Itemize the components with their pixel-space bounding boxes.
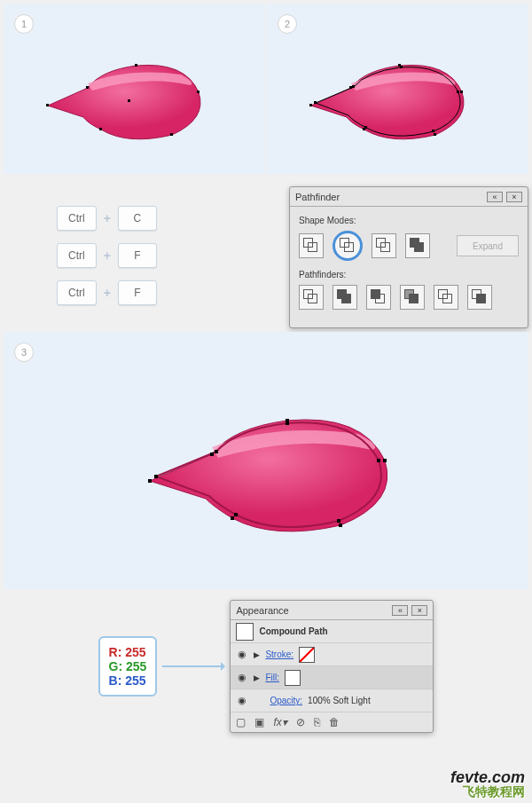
svg-rect-7 [349,86,352,89]
canvas-step-2[interactable]: 2 [267,4,528,174]
watermark-url: fevte.com [450,769,525,785]
key-ctrl: Ctrl [57,280,97,305]
expand-icon[interactable]: ▶ [254,650,260,659]
key-ctrl: Ctrl [57,243,97,268]
svg-rect-16 [432,130,434,132]
minus-back-button[interactable] [467,285,492,310]
shortcut-row: Ctrl + F [57,280,157,305]
minus-front-button[interactable] [332,231,363,261]
stroke-row[interactable]: ◉ ▶ Stroke: [231,643,433,666]
exclude-button[interactable] [405,233,430,258]
svg-rect-4 [99,128,102,130]
panel-header[interactable]: Pathfinder « × [290,187,528,207]
pathfinder-panel: Pathfinder « × Shape Modes: Expand Pathf… [289,186,528,328]
visibility-icon[interactable]: ◉ [236,695,248,707]
new-stroke-icon[interactable]: ▣ [254,716,264,728]
shape-modes-row: Expand [299,231,519,261]
opacity-row[interactable]: ◉ Opacity: 100% Soft Light [231,689,433,712]
intersect-button[interactable] [372,233,396,258]
plus-icon: + [104,211,111,225]
panel-title: Pathfinder [295,192,487,202]
svg-rect-2 [197,91,200,93]
svg-rect-28 [337,519,340,523]
plus-icon: + [104,248,111,263]
fx-icon[interactable]: fx▾ [273,716,286,728]
fill-swatch[interactable] [285,670,301,686]
shortcut-row: Ctrl + C [57,206,157,231]
thumbnail-icon [236,623,254,641]
svg-rect-12 [309,104,312,106]
visibility-icon[interactable]: ◉ [236,672,248,684]
svg-rect-25 [215,450,218,453]
svg-rect-0 [86,86,89,89]
plus-icon: + [104,286,111,300]
mid-row: Ctrl + C Ctrl + F Ctrl + F Pathfinder « … [0,177,532,328]
duplicate-icon[interactable]: ⎘ [314,716,320,728]
visibility-icon[interactable]: ◉ [236,649,248,661]
key-letter: F [118,280,157,305]
expand-button[interactable]: Expand [457,235,519,256]
opacity-label[interactable]: Opacity: [270,696,302,705]
svg-rect-30 [154,475,158,478]
pathfinders-label: Pathfinders: [299,270,519,279]
key-letter: F [118,243,157,268]
fish-shape-3[interactable] [137,394,420,554]
watermark: fevte.com 飞特教程网 [450,769,525,798]
divide-button[interactable] [299,285,324,310]
step-badge-3: 3 [14,342,34,362]
stroke-label[interactable]: Stroke: [265,649,293,659]
svg-rect-15 [457,91,459,93]
svg-rect-26 [286,421,289,425]
unite-button[interactable] [299,233,324,258]
trash-icon[interactable]: 🗑 [329,716,340,728]
canvas-step-1[interactable]: 1 [4,4,265,174]
svg-rect-24 [148,479,152,483]
collapse-icon[interactable]: « [487,192,503,202]
svg-rect-14 [400,66,403,68]
object-type-row[interactable]: Compound Path [231,620,433,643]
svg-rect-13 [352,85,355,88]
outline-button[interactable] [434,285,458,310]
step-badge-1: 1 [14,14,34,34]
svg-rect-19 [210,453,214,456]
fill-label[interactable]: Fill: [265,673,279,682]
svg-rect-27 [377,459,380,462]
key-letter: C [118,206,157,231]
shortcut-row: Ctrl + F [57,243,157,268]
green-value: G: 255 [109,659,147,673]
red-value: R: 255 [109,645,147,659]
trim-button[interactable] [332,285,357,310]
svg-rect-5 [46,104,49,106]
svg-rect-6 [128,99,130,102]
clear-icon[interactable]: ⊘ [296,716,305,728]
close-icon[interactable]: × [411,605,427,616]
arrow-icon [162,665,224,667]
shape-modes-label: Shape Modes: [299,216,519,225]
step-badge-2: 2 [278,14,297,34]
rgb-values-box: R: 255 G: 255 B: 255 [98,636,158,697]
svg-rect-3 [170,133,173,136]
key-ctrl: Ctrl [57,206,97,231]
canvas-step-3[interactable]: 3 [4,332,528,589]
panel-header[interactable]: Appearance « × [231,601,433,620]
fish-shape-1[interactable] [39,48,216,154]
fish-shape-2[interactable] [302,48,480,154]
pathfinders-row [299,285,519,310]
svg-rect-29 [234,513,238,516]
top-canvas-row: 1 2 [0,0,532,177]
svg-rect-23 [231,516,234,520]
svg-rect-21 [383,459,387,462]
merge-button[interactable] [366,285,391,310]
collapse-icon[interactable]: « [392,605,408,616]
new-fill-icon[interactable]: ▢ [236,716,246,728]
expand-icon[interactable]: ▶ [254,673,260,682]
svg-rect-10 [434,133,436,136]
fill-row[interactable]: ◉ ▶ Fill: [231,666,433,689]
svg-rect-18 [314,101,317,104]
blue-value: B: 255 [109,673,147,688]
svg-rect-22 [339,524,342,527]
crop-button[interactable] [400,285,425,310]
object-type-label: Compound Path [259,626,327,636]
close-icon[interactable]: × [506,192,522,202]
stroke-swatch[interactable] [299,647,315,663]
